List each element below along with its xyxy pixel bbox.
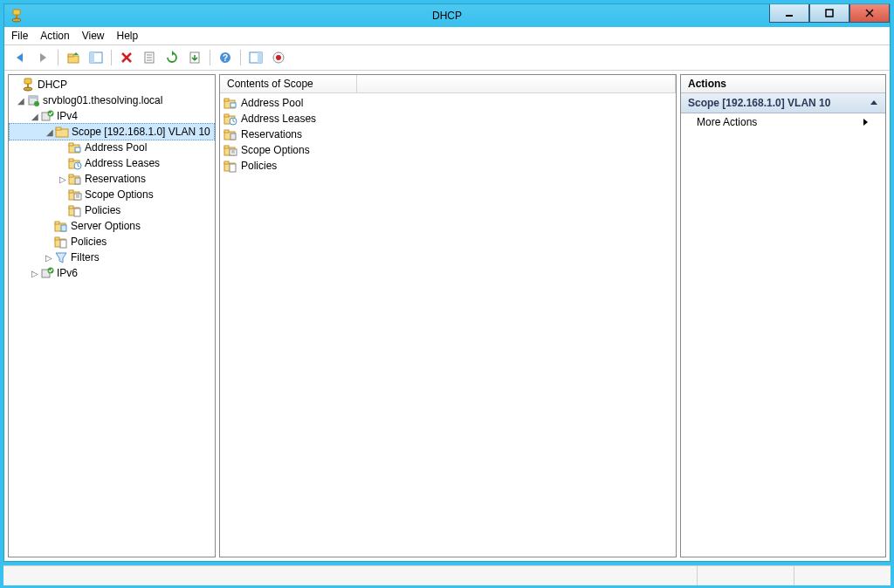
list-column-header-empty[interactable] [357,75,676,92]
tree-node-reservations[interactable]: ▷ Reservations [9,171,215,187]
tree-node-address-leases[interactable]: Address Leases [9,155,215,171]
properties-button[interactable] [139,47,160,68]
tree-node-ipv6[interactable]: ▷ IPv6 [9,265,215,281]
tree-label: Address Pool [85,141,147,154]
expander-icon[interactable]: ▷ [44,253,54,263]
expander-icon[interactable]: ◢ [45,127,55,137]
toolbar-separator [210,50,210,65]
svg-rect-10 [90,52,94,63]
maximize-button[interactable] [809,4,849,23]
svg-point-23 [276,55,281,60]
tree-label: srvblog01.thesolving.local [43,94,162,106]
list-item-label: Scope Options [241,144,310,156]
tree-label: IPv6 [57,267,78,279]
help-button[interactable]: ? [215,47,236,68]
reservations-icon [224,127,237,141]
export-button[interactable] [184,47,205,68]
list-panel: Contents of Scope Address Pool Address L… [219,74,677,557]
record-button[interactable] [268,47,289,68]
delete-button[interactable] [116,47,137,68]
action-pane-toggle-button[interactable] [245,47,266,68]
server-icon [26,93,40,107]
statusbar-cell [794,566,891,585]
actions-more-actions[interactable]: More Actions [681,113,885,131]
svg-rect-36 [75,147,80,152]
menubar: File Action View Help [4,27,890,45]
svg-rect-33 [56,127,61,130]
list-body[interactable]: Address Pool Address Leases Reservations… [220,93,676,557]
list-item-reservations[interactable]: Reservations [224,126,672,142]
actions-scope-header[interactable]: Scope [192.168.1.0] VLAN 10 [681,93,885,113]
tree-node-server-options[interactable]: Server Options [9,218,215,234]
list-header: Contents of Scope [220,75,676,93]
nav-forward-button[interactable] [32,47,53,68]
tree-label: Filters [71,251,100,263]
svg-rect-0 [13,10,20,15]
minimize-button[interactable] [769,4,809,23]
tree-node-dhcp-root[interactable]: DHCP [9,77,215,92]
list-column-header[interactable]: Contents of Scope [220,75,357,92]
tree-node-filters[interactable]: ▷ Filters [9,250,215,265]
svg-rect-63 [230,103,236,107]
statusbar [3,565,891,585]
svg-rect-65 [224,114,229,117]
tree-node-server[interactable]: ◢ srvblog01.thesolving.local [9,92,215,108]
policies-icon [224,159,237,173]
tree-node-policies[interactable]: Policies [9,234,215,250]
scope-options-icon [224,143,237,157]
expander-icon[interactable]: ▷ [30,269,40,278]
console-tree[interactable]: DHCP ◢ srvblog01.thesolving.local ◢ IPv4… [9,75,215,557]
refresh-button[interactable] [162,47,182,68]
tree-node-address-pool[interactable]: Address Pool [9,140,215,155]
console-body: DHCP ◢ srvblog01.thesolving.local ◢ IPv4… [4,71,890,561]
expander-icon[interactable]: ▷ [58,174,68,184]
svg-rect-46 [69,190,73,193]
svg-rect-43 [69,174,73,177]
svg-rect-58 [60,240,66,248]
app-icon [10,9,24,23]
policies-icon [54,235,68,249]
svg-rect-71 [230,133,236,140]
window-title: DHCP [4,10,890,22]
show-hide-tree-button[interactable] [86,47,107,68]
svg-rect-1 [16,15,17,18]
svg-rect-21 [258,52,262,63]
menu-help[interactable]: Help [117,30,139,42]
list-item-scope-options[interactable]: Scope Options [224,142,672,158]
menu-view[interactable]: View [82,30,105,42]
svg-rect-70 [224,130,229,133]
svg-rect-3 [786,15,793,17]
list-item-address-pool[interactable]: Address Pool [224,95,672,111]
svg-rect-73 [224,146,229,148]
tree-label: Scope [192.168.1.0] VLAN 10 [72,126,210,138]
up-button[interactable] [63,47,84,68]
toolbar-separator [58,50,58,65]
tree-node-ipv4[interactable]: ◢ IPv4 [9,108,215,124]
tree-node-scope-policies[interactable]: Policies [9,202,215,218]
tree-label: DHCP [38,79,67,91]
tree-label: Policies [85,204,120,216]
collapse-icon [870,99,878,107]
svg-rect-8 [68,54,73,57]
ipv6-icon [40,266,54,280]
mmc-window: DHCP File Action View Help [3,3,891,562]
svg-rect-35 [69,143,73,146]
window-controls [769,4,890,23]
list-item-policies[interactable]: Policies [224,158,672,174]
expander-icon[interactable]: ◢ [16,96,26,106]
tree-node-scope[interactable]: ◢ Scope [192.168.1.0] VLAN 10 [9,123,215,140]
address-leases-icon [224,112,237,126]
close-button[interactable] [849,4,890,23]
nav-back-button[interactable] [10,47,31,68]
chevron-right-icon [863,118,870,126]
ipv4-icon [40,109,54,123]
list-item-address-leases[interactable]: Address Leases [224,111,672,126]
actions-header-label: Actions [688,78,726,90]
expander-icon[interactable]: ◢ [30,112,40,121]
tree-node-scope-options[interactable]: Scope Options [9,187,215,202]
tree-label: Reservations [85,173,146,185]
menu-action[interactable]: Action [40,30,69,42]
actions-header: Actions [681,75,885,93]
menu-file[interactable]: File [11,30,28,42]
scope-folder-icon [55,125,69,139]
